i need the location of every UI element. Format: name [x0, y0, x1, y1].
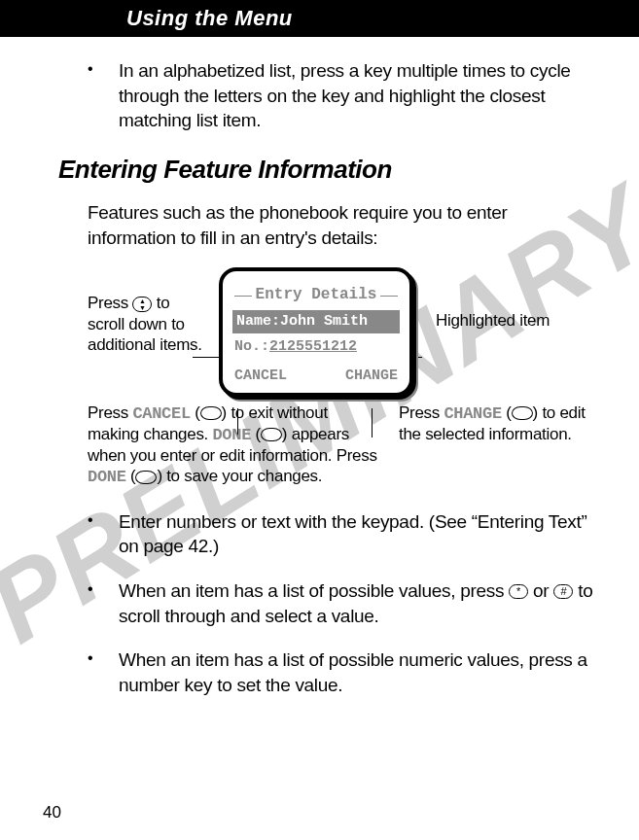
softkey-cancel: CANCEL: [234, 367, 287, 386]
t: or: [533, 580, 553, 601]
bullet-icon: [88, 58, 119, 133]
list-item: In an alphabetized list, press a key mul…: [88, 58, 596, 133]
screen-no-row: No.:2125551212: [234, 335, 398, 359]
t: Press: [399, 403, 444, 422]
star-key-icon: *: [509, 584, 528, 599]
updown-key-icon: [132, 297, 152, 312]
intro-text: Features such as the phonebook require y…: [88, 200, 596, 250]
soft-label-done: DONE: [88, 468, 126, 486]
bullet-text: When an item has a list of possible nume…: [119, 648, 596, 697]
soft-label-cancel: CANCEL: [132, 404, 190, 423]
bullet-text: When an item has a list of possible valu…: [119, 578, 596, 628]
t: Press: [88, 403, 132, 422]
caption-scroll: Press to scroll down to additional items…: [88, 267, 204, 396]
softkey-row: CANCEL CHANGE: [234, 359, 398, 386]
t: ) to save your changes.: [157, 467, 322, 485]
chapter-header: Using the Menu: [0, 0, 639, 37]
caption-cancel: Press CANCEL () to exit without making c…: [88, 402, 379, 488]
caption-highlighted: Highlighted item: [428, 267, 596, 396]
t: (: [251, 425, 261, 443]
bullet-icon: [88, 648, 119, 697]
soft-label-done: DONE: [212, 426, 251, 444]
figure: Press to scroll down to additional items…: [88, 267, 596, 487]
t: When an item has a list of possible valu…: [119, 580, 509, 601]
name-label: Name:: [236, 313, 280, 330]
caption-change: Press CHANGE () to edit the selected inf…: [399, 402, 596, 488]
no-label: No.:: [234, 338, 269, 355]
soft-label-change: CHANGE: [444, 404, 501, 423]
bullet-icon: [88, 578, 119, 628]
phone-screen-wrap: Entry Details Name:John Smith No.:212555…: [214, 267, 418, 396]
screen-name-row: Name:John Smith: [232, 310, 400, 333]
softkey-change: CHANGE: [345, 367, 398, 386]
left-softkey-icon: [135, 471, 157, 484]
t: (: [502, 403, 512, 422]
left-softkey-icon: [200, 406, 222, 420]
list-item: When an item has a list of possible nume…: [88, 648, 596, 697]
caption-text: Press: [88, 294, 132, 312]
hash-key-icon: #: [553, 584, 573, 599]
bullet-text: In an alphabetized list, press a key mul…: [119, 58, 596, 133]
list-item: Enter numbers or text with the keypad. (…: [88, 509, 596, 559]
screen-title: Entry Details: [256, 285, 377, 306]
screen-title-row: Entry Details: [234, 281, 398, 308]
section-heading: Entering Feature Information: [58, 153, 596, 187]
list-item: When an item has a list of possible valu…: [88, 578, 596, 628]
phone-screen: Entry Details Name:John Smith No.:212555…: [219, 267, 413, 396]
t: (: [191, 403, 200, 422]
bullet-text: Enter numbers or text with the keypad. (…: [119, 509, 596, 559]
no-value: 2125551212: [269, 338, 357, 355]
name-value: John Smith: [280, 313, 368, 330]
t: (: [126, 467, 136, 485]
right-softkey-icon: [512, 406, 533, 420]
bullet-icon: [88, 509, 119, 559]
page-number: 40: [43, 803, 61, 822]
left-softkey-icon: [261, 428, 282, 441]
